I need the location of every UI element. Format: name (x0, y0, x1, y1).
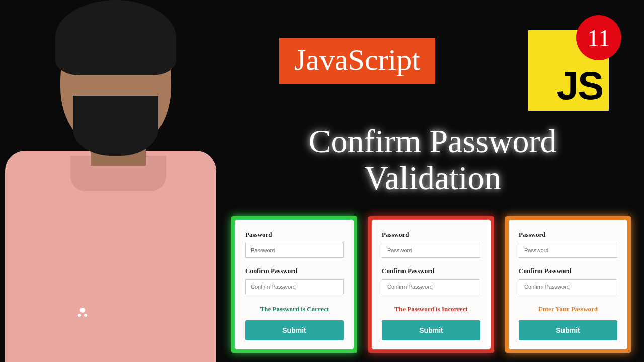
presenter-photo (0, 20, 221, 362)
confirm-password-input[interactable] (245, 279, 344, 294)
password-input[interactable] (519, 243, 617, 258)
confirm-password-label: Confirm Password (382, 267, 480, 275)
status-message: Enter Your Password (519, 305, 617, 313)
confirm-password-label: Confirm Password (245, 267, 344, 275)
password-input[interactable] (245, 243, 344, 258)
status-message: The Password is Incorrect (382, 305, 480, 313)
submit-button[interactable]: Submit (519, 320, 617, 340)
password-label: Password (519, 231, 617, 239)
form-card-empty: Password Confirm Password Enter Your Pas… (505, 216, 631, 353)
thumbnail-title: Confirm Password Validation (247, 123, 619, 196)
password-input[interactable] (382, 243, 480, 258)
status-message: The Password is Correct (245, 305, 344, 313)
confirm-password-input[interactable] (519, 279, 617, 294)
password-label: Password (382, 231, 480, 239)
shirt-logo-icon (78, 308, 87, 317)
javascript-badge: JavaScript (279, 38, 435, 84)
form-card-correct: Password Confirm Password The Password i… (231, 216, 357, 353)
submit-button[interactable]: Submit (245, 320, 344, 340)
submit-button[interactable]: Submit (382, 320, 480, 340)
title-line-2: Validation (247, 160, 619, 197)
confirm-password-input[interactable] (382, 279, 480, 294)
episode-number-badge: 11 (576, 15, 621, 60)
title-line-1: Confirm Password (247, 123, 619, 160)
password-label: Password (245, 231, 344, 239)
form-card-incorrect: Password Confirm Password The Password i… (368, 216, 494, 353)
confirm-password-label: Confirm Password (519, 267, 617, 275)
form-cards-row: Password Confirm Password The Password i… (231, 216, 631, 353)
